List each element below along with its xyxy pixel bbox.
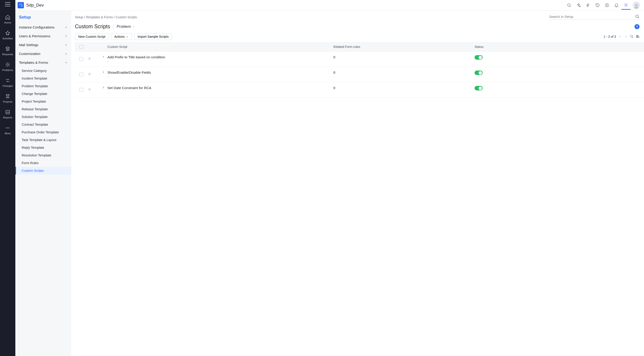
rail-reports[interactable]: Reports (0, 106, 15, 122)
history-button[interactable] (593, 1, 602, 10)
subitem-solution-template[interactable]: Solution Template (15, 113, 71, 121)
chevron-right-icon (64, 26, 68, 29)
select-all-checkbox[interactable] (80, 45, 83, 49)
svg-rect-12 (638, 35, 638, 37)
section-instance-config[interactable]: Instance Configurations (15, 23, 71, 32)
chevron-down-icon (64, 61, 68, 64)
subitem-problem-template[interactable]: Problem Template (15, 82, 71, 90)
column-settings-button[interactable] (636, 35, 640, 39)
hamburger-icon[interactable] (5, 2, 10, 6)
row-settings-button[interactable] (88, 57, 99, 62)
svg-point-0 (7, 64, 8, 66)
setup-title: Setup (15, 11, 71, 23)
pager-search-button[interactable] (630, 35, 634, 39)
prev-page-icon[interactable] (618, 35, 622, 38)
table-row: Set Date Constraint for RCA - 0 (75, 82, 644, 98)
svg-rect-11 (636, 35, 637, 37)
history-icon (595, 3, 600, 8)
next-page-icon[interactable] (624, 35, 628, 38)
row-checkbox[interactable] (80, 73, 83, 76)
subitem-custom-scripts[interactable]: Custom Scripts (15, 167, 71, 174)
section-label: Users & Permissions (19, 34, 50, 38)
section-mail-settings[interactable]: Mail Settings (15, 41, 71, 49)
column-header-rules[interactable]: Related Form rules (333, 45, 474, 49)
subitem-release-template[interactable]: Release Template (15, 105, 71, 113)
row-title[interactable]: Set Date Constraint for RCA (108, 86, 333, 90)
avatar[interactable] (633, 2, 640, 9)
app-title: Sdp_Dev (26, 3, 44, 8)
new-button[interactable]: New Custom Script (75, 33, 109, 40)
search-input[interactable] (549, 15, 635, 19)
row-title[interactable]: Show/Enable/Disable Fields (108, 71, 333, 75)
gear-icon (88, 57, 92, 61)
svg-point-8 (635, 4, 638, 6)
rail-requests[interactable]: Requests (0, 43, 15, 59)
row-expand-button[interactable] (99, 86, 108, 89)
rail-changes[interactable]: Changes (0, 75, 15, 90)
rail-projects[interactable]: Projects (0, 90, 15, 106)
svg-point-16 (89, 89, 90, 90)
column-header-status[interactable]: Status (474, 45, 644, 49)
subitem-purchase-order-template[interactable]: Purchase Order Template (15, 128, 71, 136)
help-button[interactable]: ? (634, 24, 640, 29)
app-logo[interactable] (18, 2, 24, 8)
bolt-button[interactable] (584, 1, 592, 10)
divider (113, 24, 114, 29)
subitem-service-category[interactable]: Service Category (15, 67, 71, 75)
user-icon (634, 3, 639, 9)
page-title: Custom Scripts (75, 24, 110, 30)
status-toggle[interactable] (474, 55, 483, 60)
actions-button[interactable]: Actions (111, 33, 132, 40)
table-row: Show/Enable/Disable Fields - 0 (75, 67, 644, 82)
setup-search[interactable] (549, 14, 640, 20)
row-rules-count: 0 (333, 86, 474, 90)
subitem-resolution-template[interactable]: Resolution Template (15, 151, 71, 159)
subitem-form-rules[interactable]: Form Rules (15, 159, 71, 167)
sparkle-button[interactable] (574, 1, 583, 10)
row-checkbox[interactable] (80, 88, 83, 92)
rail-label: Problems (2, 69, 13, 71)
chevron-right-icon (102, 86, 105, 89)
rail-home[interactable]: Home (0, 11, 15, 27)
status-toggle[interactable] (474, 86, 483, 90)
subitem-project-template[interactable]: Project Template (15, 98, 71, 105)
row-expand-button[interactable] (99, 55, 108, 58)
chevron-right-icon (64, 52, 68, 55)
rail-activities[interactable]: Activities (0, 27, 15, 43)
row-checkbox[interactable] (80, 57, 83, 61)
chevron-down-icon (132, 25, 135, 28)
chevron-right-icon (64, 35, 68, 38)
svg-point-13 (638, 37, 639, 38)
section-label: Instance Configurations (19, 25, 54, 29)
row-settings-button[interactable] (88, 87, 99, 92)
section-users-permissions[interactable]: Users & Permissions (15, 32, 71, 41)
rail-more[interactable]: More (0, 122, 15, 138)
row-title[interactable]: Add Prefix to Title based on condition (108, 55, 333, 59)
status-toggle[interactable] (474, 71, 483, 75)
rail-label: Requests (2, 53, 13, 56)
subitem-incident-template[interactable]: Incident Template (15, 75, 71, 82)
search-button[interactable] (564, 1, 574, 10)
sparkle-icon (576, 3, 581, 8)
subitem-task-template-layout[interactable]: Task Template & Layout (15, 136, 71, 144)
note-button[interactable] (602, 1, 612, 10)
column-header-name[interactable]: Custom Script (108, 45, 333, 49)
subitem-reply-template[interactable]: Reply Template (15, 144, 71, 151)
subitem-change-template[interactable]: Change Template (15, 90, 71, 98)
gear-button[interactable] (622, 1, 630, 10)
section-customization[interactable]: Customization (15, 49, 71, 58)
rail-problems[interactable]: Problems (0, 59, 15, 75)
chevron-right-icon (102, 55, 105, 58)
row-rules-count: 0 (333, 71, 474, 75)
row-expand-button[interactable] (99, 71, 108, 74)
module-dropdown[interactable]: Problem (117, 25, 135, 29)
changes-icon (5, 78, 10, 83)
section-templates-forms[interactable]: Templates & Forms (15, 58, 71, 67)
subitem-contract-template[interactable]: Contract Template (15, 121, 71, 128)
bell-button[interactable] (612, 1, 621, 10)
svg-point-7 (626, 4, 627, 6)
breadcrumb[interactable]: Setup / Templates & Forms / Custom Scrip… (75, 15, 137, 19)
row-settings-button[interactable] (88, 72, 99, 77)
import-button[interactable]: Import Sample Scripts (134, 33, 172, 40)
rail-label: Home (4, 21, 11, 24)
